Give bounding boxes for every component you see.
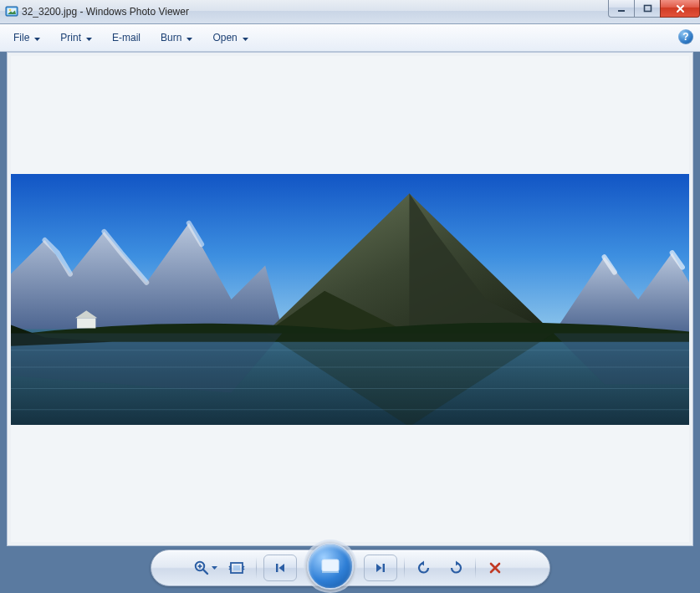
separator	[404, 557, 405, 579]
svg-line-13	[203, 570, 207, 574]
window-title: 32_3200.jpg - Windows Photo Viewer	[22, 6, 189, 18]
svg-rect-3	[618, 10, 625, 12]
chevron-down-icon	[243, 32, 248, 43]
help-icon: ?	[682, 31, 688, 43]
menu-burn[interactable]: Burn	[154, 28, 199, 47]
menu-burn-label: Burn	[161, 32, 181, 43]
svg-rect-4	[644, 5, 651, 11]
rotate-ccw-icon	[416, 560, 432, 576]
titlebar: 32_3200.jpg - Windows Photo Viewer	[0, 0, 700, 24]
minimize-button[interactable]	[608, 0, 635, 18]
menu-open-label: Open	[212, 32, 237, 43]
previous-icon	[274, 562, 286, 574]
image-canvas[interactable]	[11, 56, 689, 542]
close-button[interactable]	[660, 0, 700, 18]
chevron-down-icon	[212, 566, 217, 570]
window-controls	[609, 0, 700, 18]
next-button[interactable]	[364, 555, 397, 581]
svg-point-2	[9, 9, 12, 12]
rotate-cw-button[interactable]	[443, 556, 468, 580]
fit-window-icon	[228, 560, 245, 575]
menu-file[interactable]: File	[7, 28, 47, 47]
slideshow-button[interactable]	[307, 543, 354, 590]
menu-open[interactable]: Open	[206, 28, 254, 47]
delete-icon	[488, 561, 502, 575]
menu-print[interactable]: Print	[54, 28, 99, 47]
rotate-cw-icon	[447, 560, 464, 576]
fit-window-button[interactable]	[224, 556, 249, 580]
viewer-area	[7, 52, 693, 546]
next-icon	[375, 562, 386, 574]
svg-rect-17	[233, 565, 240, 570]
chevron-down-icon	[186, 32, 192, 43]
maximize-button[interactable]	[634, 0, 661, 18]
help-button[interactable]: ?	[678, 29, 693, 44]
menu-email[interactable]: E-mail	[105, 28, 147, 47]
menubar: File Print E-mail Burn Open ?	[0, 24, 700, 52]
zoom-button[interactable]	[192, 556, 217, 580]
menu-email-label: E-mail	[112, 32, 141, 43]
previous-button[interactable]	[263, 555, 297, 581]
menu-file-label: File	[13, 32, 29, 43]
svg-rect-19	[322, 560, 339, 571]
menu-print-label: Print	[60, 32, 81, 43]
chevron-down-icon	[34, 32, 40, 43]
displayed-photo	[11, 174, 689, 425]
svg-rect-21	[383, 564, 385, 572]
svg-rect-20	[322, 571, 339, 573]
svg-rect-18	[276, 564, 278, 572]
control-bar	[151, 550, 550, 586]
svg-rect-7	[77, 318, 95, 328]
magnifier-icon	[193, 560, 210, 576]
slideshow-icon	[320, 558, 340, 575]
separator	[256, 557, 257, 579]
separator	[475, 557, 476, 579]
delete-button[interactable]	[483, 556, 508, 580]
app-icon	[5, 5, 18, 18]
rotate-ccw-button[interactable]	[411, 556, 437, 580]
chevron-down-icon	[86, 32, 92, 43]
